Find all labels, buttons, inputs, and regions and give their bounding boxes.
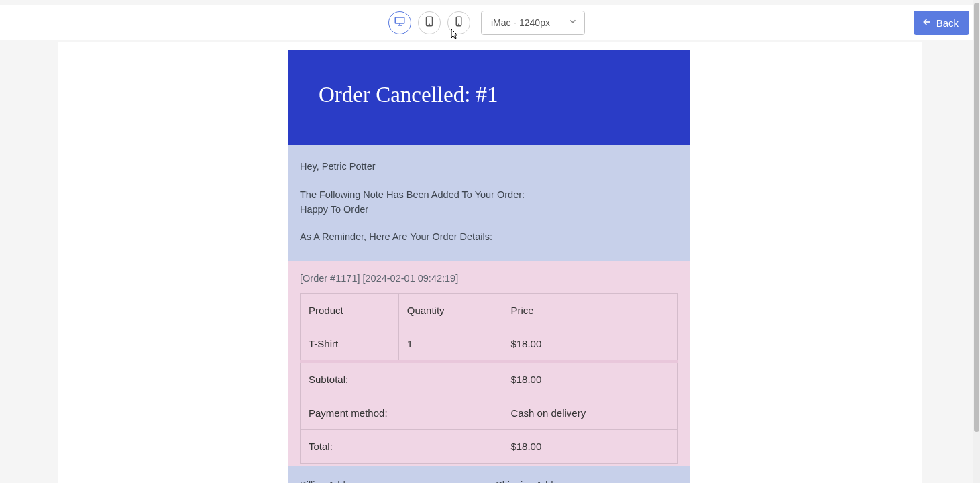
email-title: Order Cancelled: #1: [319, 83, 659, 107]
total-label: Total:: [301, 430, 502, 464]
subtotal-value: $18.00: [502, 362, 678, 396]
payment-label: Payment method:: [301, 396, 502, 430]
billing-address-col: Billing Address: [300, 480, 482, 483]
note-intro-text: The Following Note Has Been Added To You…: [300, 188, 678, 203]
greeting-text: Hey, Petric Potter: [300, 160, 678, 174]
note-body-text: Happy To Order: [300, 203, 678, 217]
back-button-label: Back: [936, 17, 959, 29]
email-preview: Order Cancelled: #1 Hey, Petric Potter T…: [288, 50, 690, 483]
cell-quantity: 1: [398, 327, 502, 362]
device-select-label: iMac - 1240px: [491, 17, 550, 28]
order-table: Product Quantity Price T-Shirt 1 $18.00 …: [300, 293, 678, 464]
table-row: T-Shirt 1 $18.00: [301, 327, 678, 362]
email-intro: Hey, Petric Potter The Following Note Ha…: [288, 145, 690, 261]
svg-point-6: [459, 24, 459, 25]
order-section: [Order #1171] [2024-02-01 09:42:19] Prod…: [288, 261, 690, 466]
cell-product: T-Shirt: [301, 327, 399, 362]
billing-title: Billing Address: [300, 480, 482, 483]
svg-point-4: [429, 24, 430, 25]
desktop-view-button[interactable]: [388, 11, 411, 34]
back-button[interactable]: Back: [914, 11, 969, 35]
summary-row-total: Total: $18.00: [301, 430, 678, 464]
tablet-view-button[interactable]: [418, 11, 441, 34]
device-size-select[interactable]: iMac - 1240px: [481, 11, 585, 35]
reminder-text: As A Reminder, Here Are Your Order Detai…: [300, 230, 678, 245]
preview-canvas: Order Cancelled: #1 Hey, Petric Potter T…: [58, 42, 922, 483]
col-price: Price: [502, 294, 678, 327]
device-buttons: [388, 11, 470, 34]
preview-toolbar: iMac - 1240px Back: [0, 5, 973, 40]
scrollbar-thumb[interactable]: [974, 3, 979, 432]
total-value: $18.00: [502, 430, 678, 464]
address-section: Billing Address Shipping Address: [288, 466, 690, 483]
summary-row-subtotal: Subtotal: $18.00: [301, 362, 678, 396]
mobile-icon: [453, 15, 465, 30]
mobile-view-button[interactable]: [447, 11, 470, 34]
cell-price: $18.00: [502, 327, 678, 362]
summary-row-payment: Payment method: Cash on delivery: [301, 396, 678, 430]
svg-rect-0: [395, 17, 404, 23]
scrollbar-track[interactable]: [973, 0, 980, 483]
subtotal-label: Subtotal:: [301, 362, 502, 396]
tablet-icon: [423, 15, 435, 30]
desktop-icon: [394, 15, 406, 30]
col-quantity: Quantity: [398, 294, 502, 327]
col-product: Product: [301, 294, 399, 327]
payment-value: Cash on delivery: [502, 396, 678, 430]
shipping-title: Shipping Address: [496, 480, 678, 483]
email-header: Order Cancelled: #1: [288, 50, 690, 145]
order-meta: [Order #1171] [2024-02-01 09:42:19]: [300, 273, 678, 284]
arrow-left-icon: [922, 17, 932, 30]
table-header-row: Product Quantity Price: [301, 294, 678, 327]
chevron-down-icon: [568, 17, 578, 28]
shipping-address-col: Shipping Address: [496, 480, 678, 483]
